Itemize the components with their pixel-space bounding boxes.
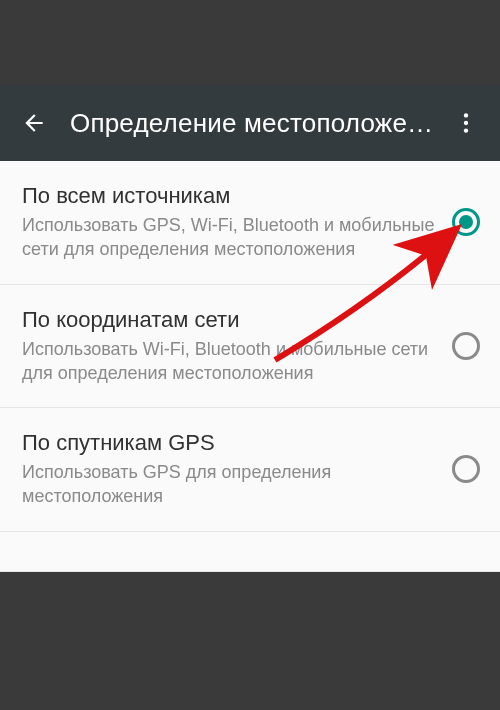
radio-outer-icon — [452, 332, 480, 360]
option-gps-only[interactable]: По спутникам GPS Использовать GPS для оп… — [0, 408, 500, 532]
option-network[interactable]: По координатам сети Использовать Wi-Fi, … — [0, 285, 500, 409]
option-desc: Использовать Wi-Fi, Bluetooth и мобильны… — [22, 337, 440, 386]
radio-button[interactable] — [452, 455, 480, 483]
option-text: По всем источникам Использовать GPS, Wi-… — [22, 183, 452, 262]
option-title: По спутникам GPS — [22, 430, 440, 456]
radio-button[interactable] — [452, 332, 480, 360]
svg-point-0 — [464, 113, 468, 117]
option-desc: Использовать GPS, Wi-Fi, Bluetooth и моб… — [22, 213, 440, 262]
option-text: По спутникам GPS Использовать GPS для оп… — [22, 430, 452, 509]
radio-outer-icon — [452, 455, 480, 483]
option-desc: Использовать GPS для определения местопо… — [22, 460, 440, 509]
back-button[interactable] — [12, 101, 56, 145]
more-vert-icon — [453, 110, 479, 136]
option-high-accuracy[interactable]: По всем источникам Использовать GPS, Wi-… — [0, 161, 500, 285]
svg-point-1 — [464, 121, 468, 125]
arrow-back-icon — [21, 110, 47, 136]
page-title: Определение местоположен… — [56, 108, 444, 139]
options-list: По всем источникам Использовать GPS, Wi-… — [0, 161, 500, 572]
more-button[interactable] — [444, 101, 488, 145]
footer-space — [0, 532, 500, 572]
option-title: По всем источникам — [22, 183, 440, 209]
screen: Определение местоположен… По всем источн… — [0, 0, 500, 710]
option-title: По координатам сети — [22, 307, 440, 333]
radio-inner-icon — [459, 215, 473, 229]
option-text: По координатам сети Использовать Wi-Fi, … — [22, 307, 452, 386]
app-bar: Определение местоположен… — [0, 85, 500, 161]
radio-button[interactable] — [452, 208, 480, 236]
svg-point-2 — [464, 128, 468, 132]
